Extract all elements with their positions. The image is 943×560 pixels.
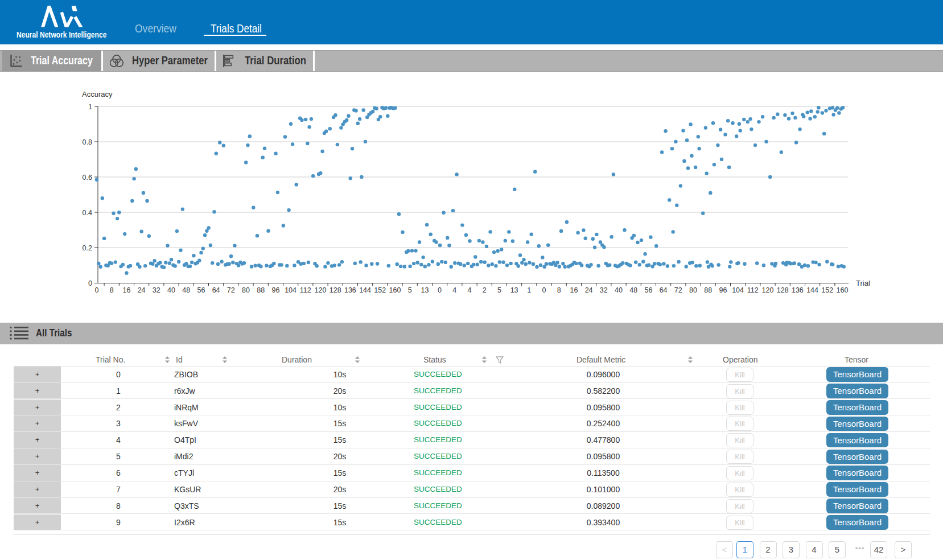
svg-text:5: 5 xyxy=(497,286,501,294)
svg-text:144: 144 xyxy=(806,286,818,294)
svg-text:72: 72 xyxy=(674,286,682,294)
svg-text:16: 16 xyxy=(122,286,130,294)
svg-text:128: 128 xyxy=(777,286,789,294)
svg-text:0.6: 0.6 xyxy=(83,174,92,182)
svg-text:112: 112 xyxy=(747,286,759,294)
svg-text:80: 80 xyxy=(242,286,250,294)
svg-text:0: 0 xyxy=(542,286,546,294)
svg-text:4: 4 xyxy=(468,286,472,294)
svg-text:120: 120 xyxy=(315,286,327,294)
svg-text:8: 8 xyxy=(557,286,561,294)
svg-text:0.8: 0.8 xyxy=(83,138,92,146)
svg-text:32: 32 xyxy=(153,286,160,294)
svg-text:24: 24 xyxy=(138,286,146,294)
svg-text:152: 152 xyxy=(821,286,833,294)
svg-text:8: 8 xyxy=(110,286,114,294)
svg-text:64: 64 xyxy=(212,286,220,294)
svg-text:152: 152 xyxy=(374,286,386,294)
svg-text:0: 0 xyxy=(438,286,442,294)
svg-text:96: 96 xyxy=(271,286,279,294)
svg-text:104: 104 xyxy=(285,286,297,294)
svg-text:64: 64 xyxy=(660,286,668,294)
svg-text:56: 56 xyxy=(644,286,652,294)
svg-text:Accuracy: Accuracy xyxy=(82,90,113,98)
svg-text:0: 0 xyxy=(95,286,99,294)
svg-text:1: 1 xyxy=(527,286,531,294)
svg-text:160: 160 xyxy=(389,286,401,294)
svg-text:1: 1 xyxy=(88,103,92,111)
svg-text:40: 40 xyxy=(167,286,175,294)
svg-text:88: 88 xyxy=(257,286,265,294)
svg-text:24: 24 xyxy=(585,286,593,294)
svg-text:136: 136 xyxy=(344,286,356,294)
svg-text:13: 13 xyxy=(421,286,429,294)
svg-text:0.2: 0.2 xyxy=(83,244,92,252)
svg-text:80: 80 xyxy=(689,286,697,294)
svg-text:32: 32 xyxy=(600,286,608,294)
svg-text:88: 88 xyxy=(704,286,712,294)
svg-text:40: 40 xyxy=(615,286,623,294)
svg-text:72: 72 xyxy=(227,286,235,294)
svg-text:16: 16 xyxy=(570,286,578,294)
svg-text:160: 160 xyxy=(837,286,849,294)
svg-text:56: 56 xyxy=(197,286,205,294)
svg-text:0.4: 0.4 xyxy=(83,209,92,217)
svg-text:5: 5 xyxy=(408,286,412,294)
svg-text:120: 120 xyxy=(762,286,774,294)
svg-text:Trial: Trial xyxy=(856,279,870,287)
svg-text:104: 104 xyxy=(732,286,744,294)
svg-text:0: 0 xyxy=(88,279,92,287)
svg-text:128: 128 xyxy=(330,286,341,294)
svg-text:96: 96 xyxy=(719,286,727,294)
svg-text:48: 48 xyxy=(629,286,637,294)
svg-text:112: 112 xyxy=(300,286,311,294)
svg-text:4: 4 xyxy=(452,286,456,294)
svg-text:144: 144 xyxy=(359,286,371,294)
svg-text:48: 48 xyxy=(182,286,190,294)
svg-text:13: 13 xyxy=(510,286,518,294)
svg-text:136: 136 xyxy=(792,286,804,294)
svg-text:2: 2 xyxy=(483,286,487,294)
